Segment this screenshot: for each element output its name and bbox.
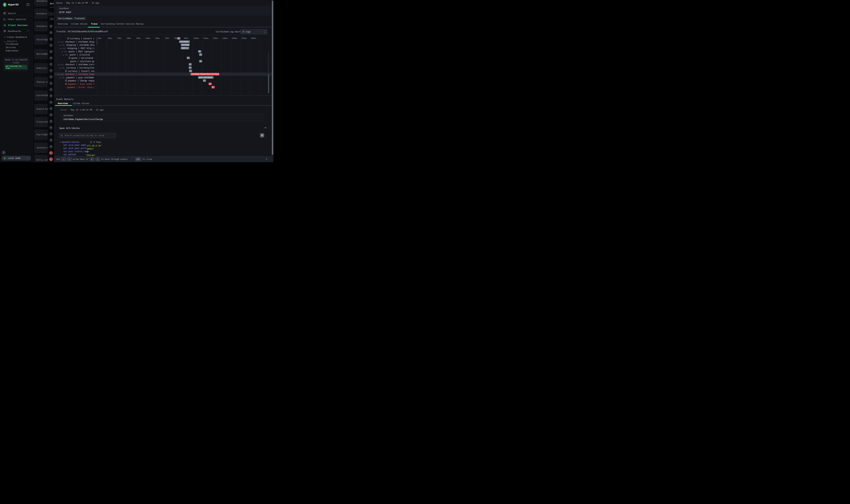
span-duration-bar[interactable]: V <box>209 83 212 85</box>
trace-span-row[interactable]: payment | Charge request rec… <box>54 79 272 82</box>
location-pin-icon[interactable] <box>49 75 53 79</box>
preset-item-clickhouse[interactable]: Clickhouse <box>6 43 18 46</box>
session-card[interactable]: Anonymous <box>34 8 48 19</box>
trace-span-row[interactable]: currency | Convert convers… <box>54 69 272 73</box>
trace-span-row[interactable]: (1)checkout | oteldemo.ShippingSe… <box>54 40 272 43</box>
trace-span-row[interactable]: (2)quote | {closure} <box>54 53 272 56</box>
chevron-down-icon[interactable] <box>58 41 60 42</box>
location-pin-icon[interactable] <box>49 50 53 54</box>
user-menu[interactable]: U Local mode <box>2 156 31 161</box>
log-source-select[interactable]: Logs <box>240 29 267 34</box>
session-card[interactable]: Jonathan.B <box>34 143 48 153</box>
trace-span-row[interactable]: payment | Error: Visa cache ful… <box>54 86 272 89</box>
sidebar-item-client-sessions[interactable]: Client Sessions <box>3 23 30 27</box>
location-pin-icon[interactable] <box>49 132 53 136</box>
location-pin-icon[interactable] <box>49 120 53 123</box>
preset-item-kubernetes[interactable]: Kubernetes <box>6 50 18 52</box>
modal-scrollbar-thumb[interactable] <box>272 1 273 155</box>
location-pin-icon[interactable] <box>49 43 53 47</box>
waterfall-scrollbar-thumb[interactable] <box>268 74 269 93</box>
location-pin-icon[interactable] <box>49 31 53 35</box>
trace-span-row[interactable]: (1)quote | POST /getquote <box>54 50 272 53</box>
location-pin-icon[interactable] <box>49 24 53 28</box>
span-duration-bar[interactable]: oteldemo. <box>179 40 190 43</box>
attributes-settings-button[interactable]: ⚙ <box>260 133 264 138</box>
chevron-down-icon[interactable] <box>60 47 62 49</box>
session-card[interactable]: Howard.Run <box>34 104 48 114</box>
span-duration-bar[interactable]: ( <box>189 63 192 66</box>
attribute-key[interactable]: net.sock.peer.port <box>63 147 86 149</box>
session-card[interactable]: Roderick_S <box>34 63 48 73</box>
location-pin-icon[interactable] <box>49 94 53 98</box>
presets-toggle[interactable]: PRESETS <box>4 40 17 42</box>
span-attributes-root-row[interactable]: ▼ SpanAttributes {} 6 keys <box>60 141 101 143</box>
span-duration-bar[interactable]: grpc.oteldemo. <box>198 76 214 79</box>
chevron-down-icon[interactable] <box>59 76 61 78</box>
event-tab-overview[interactable]: Overview <box>58 102 68 105</box>
location-pin-icon[interactable] <box>49 107 53 111</box>
trace-span-row[interactable]: (1)shipping | oteldemo.Shipping… <box>54 43 272 47</box>
session-card[interactable]: Kieran92@h <box>34 90 48 101</box>
session-card[interactable]: Dolly.Lubo <box>34 155 48 162</box>
collapse-sidebar-icon[interactable] <box>26 3 30 6</box>
span-duration-bar[interactable]: E <box>212 86 215 88</box>
span-duration-bar[interactable]: ( <box>187 57 190 59</box>
trace-span-row[interactable]: quote | Calculated q… <box>54 56 272 60</box>
trace-span-row[interactable]: (1)checkout | oteldemo.CurrencySe… <box>54 63 272 66</box>
location-pin-icon[interactable] <box>49 145 53 148</box>
chevron-down-icon[interactable] <box>58 73 60 75</box>
span-duration-bar[interactable]: ( <box>189 70 192 72</box>
span-duration-bar[interactable]: ( <box>177 37 180 40</box>
help-button[interactable]: ? <box>2 151 5 155</box>
collapse-section-icon[interactable] <box>264 127 267 128</box>
location-pin-icon[interactable] <box>49 37 53 41</box>
location-pin-icon[interactable] <box>49 62 53 66</box>
location-pin-icon[interactable] <box>49 126 53 130</box>
trace-span-row[interactable]: (1)shipping | POST http://quo… <box>54 47 272 50</box>
span-duration-bar[interactable]: ( <box>199 60 202 62</box>
trace-span-row[interactable]: (3)payment | grpc.oteldemo.Paymen… <box>54 76 272 79</box>
app-title[interactable]: HyperDX <box>8 3 19 6</box>
get-started-button[interactable]: Get Started for Free <box>5 65 27 69</box>
preset-item-services[interactable]: Services <box>6 46 16 49</box>
attributes-search-input[interactable] <box>64 134 116 137</box>
chevron-down-icon[interactable] <box>59 67 61 69</box>
chevron-down-icon[interactable] <box>59 44 61 46</box>
session-card[interactable]: Pearl43@ho <box>34 130 48 140</box>
chevron-down-icon[interactable] <box>61 51 63 52</box>
span-duration-bar[interactable]: { <box>199 53 202 56</box>
session-filter-button[interactable]: H <box>50 17 54 20</box>
session-card[interactable]: Shaniya.Sc <box>34 77 48 87</box>
session-card[interactable]: Ernesto33@ <box>34 117 48 127</box>
tab-session-replay[interactable]: Session Replay <box>126 23 144 25</box>
trace-span-row[interactable]: quote | calculate-quote <box>54 60 272 63</box>
session-card[interactable]: Anonymous <box>34 0 48 6</box>
location-pin-icon[interactable] <box>49 56 53 60</box>
trace-span-row[interactable]: payment | Visa cache full: c… <box>54 82 272 86</box>
span-duration-bar[interactable]: oteldemo.PaymentService/Char <box>191 73 219 75</box>
location-pin-icon[interactable] <box>49 82 53 85</box>
edit-trace-id-icon[interactable] <box>99 30 101 33</box>
span-duration-bar[interactable]: ( <box>203 79 206 82</box>
close-icon[interactable]: ✕ <box>266 158 267 160</box>
trace-span-row[interactable]: (1)checkout | oteldemo.PaymentServi… <box>54 73 272 76</box>
create-dashboard-button[interactable]: + Create Dashboard <box>4 36 27 38</box>
span-duration-bar[interactable]: oteldemo <box>181 43 189 46</box>
span-duration-bar[interactable]: POST h <box>181 47 189 49</box>
attribute-key[interactable]: rpc.method <box>63 153 76 156</box>
sidebar-item-search[interactable]: Search <box>3 11 30 15</box>
tab-overview[interactable]: Overview <box>58 23 68 25</box>
trace-span-row[interactable]: (1)currency | Currency/Convert <box>54 66 272 69</box>
session-card[interactable]: Anonymous <box>34 21 48 31</box>
location-pin-icon[interactable] <box>49 88 53 92</box>
session-card[interactable]: Walton9@ho <box>34 49 48 59</box>
sidebar-item-dashboards[interactable]: Dashboards <box>3 29 30 33</box>
sidebar-item-chart-explorer[interactable]: Chart Explorer <box>3 17 30 21</box>
terminal-icon[interactable] <box>49 157 53 161</box>
session-card[interactable]: Deion37@gm <box>34 35 48 45</box>
tab-trace[interactable]: Trace <box>91 23 97 25</box>
tab-surrounding-context[interactable]: Surrounding Context <box>101 23 125 25</box>
attribute-key[interactable]: rpc.grpc.status_code <box>63 150 89 152</box>
trace-span-row[interactable]: currency | Convert convers… <box>54 37 272 40</box>
chevron-down-icon[interactable] <box>58 64 60 66</box>
